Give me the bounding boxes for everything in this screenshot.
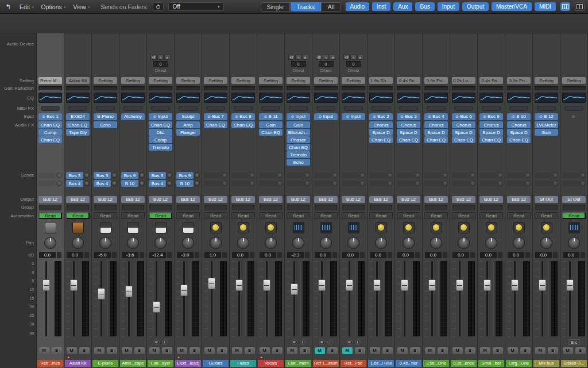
track-name[interactable]: Clar...ment xyxy=(285,360,311,367)
eq-thumbnail[interactable] xyxy=(479,93,503,103)
input-slot[interactable]: ⊙ B 11 xyxy=(259,113,283,120)
send-level-knob[interactable] xyxy=(167,172,172,178)
input-slot[interactable]: ⊙ Input xyxy=(314,113,338,120)
output-slot[interactable]: Bus 12 xyxy=(176,196,200,203)
volume-db-value[interactable]: 0.0 xyxy=(260,252,276,258)
audio-fx-slot[interactable]: Space D xyxy=(424,129,448,136)
audio-fx-slot[interactable]: Space D xyxy=(397,129,420,136)
fader-handle[interactable] xyxy=(428,279,436,291)
eq-thumbnail[interactable] xyxy=(94,93,117,103)
solo-button[interactable]: S xyxy=(548,347,558,354)
fader-handle[interactable] xyxy=(318,279,326,291)
track-name[interactable]: Guitars xyxy=(203,360,229,367)
eq-thumbnail[interactable] xyxy=(424,93,448,103)
solo-button[interactable]: S xyxy=(493,347,503,354)
midi-fx-slot[interactable] xyxy=(372,106,390,111)
volume-db-value[interactable]: 0.0 xyxy=(397,252,414,258)
eq-thumbnail[interactable] xyxy=(66,93,90,103)
midi-fx-slot[interactable] xyxy=(96,106,115,111)
group-slot[interactable] xyxy=(425,205,447,210)
input-slot[interactable]: ⊙ EXS24 xyxy=(66,113,90,120)
filter-bus[interactable]: Bus xyxy=(415,2,434,11)
eq-thumbnail[interactable] xyxy=(342,93,365,103)
volume-db-value[interactable]: 0.0 xyxy=(39,252,56,258)
eq-thumbnail[interactable] xyxy=(397,93,420,103)
view-mode-all[interactable]: All xyxy=(322,2,341,12)
fader-handle[interactable] xyxy=(98,288,105,300)
mute-button[interactable]: M xyxy=(535,347,546,354)
automation-mode-button[interactable]: Read xyxy=(507,212,531,219)
solo-button[interactable]: S xyxy=(327,347,338,354)
audio-fx-slot[interactable]: Chorus xyxy=(479,121,503,128)
group-slot[interactable] xyxy=(260,205,282,210)
empty-send-slot[interactable] xyxy=(369,172,386,178)
mute-button[interactable]: M xyxy=(122,347,132,354)
fader-handle[interactable] xyxy=(539,279,546,291)
eq-thumbnail[interactable] xyxy=(314,93,338,103)
empty-send-slot[interactable] xyxy=(342,172,359,178)
view-mode-single[interactable]: Single xyxy=(261,2,290,12)
empty-send-slot[interactable] xyxy=(397,181,414,186)
group-slot[interactable] xyxy=(232,205,254,210)
group-slot[interactable] xyxy=(452,205,475,210)
send-level-knob[interactable] xyxy=(84,172,90,178)
audio-fx-slot[interactable]: Phaser xyxy=(287,136,310,143)
mute-button[interactable]: M xyxy=(39,347,49,354)
empty-send-slot[interactable] xyxy=(314,181,331,186)
output-slot[interactable]: Bus 12 xyxy=(149,196,172,203)
fader-handle[interactable] xyxy=(208,278,215,289)
volume-db-value[interactable]: 0.0 xyxy=(563,252,579,258)
eq-thumbnail[interactable] xyxy=(231,93,255,103)
volume-db-value[interactable]: -2.3 xyxy=(287,252,304,258)
track-name[interactable]: Ref...Pad xyxy=(341,360,366,367)
eq-thumbnail[interactable] xyxy=(535,93,558,103)
audio-fx-slot[interactable]: Chan EQ xyxy=(204,121,227,128)
input-gain-value[interactable]: 0 xyxy=(346,61,361,67)
volume-db-value[interactable]: 0.0 xyxy=(370,252,386,258)
empty-send-slot[interactable] xyxy=(369,181,386,186)
audio-fx-slot[interactable]: Chan EQ xyxy=(231,121,255,128)
sends-mode-dropdown[interactable]: Off ▾ xyxy=(168,2,223,11)
empty-send-slot[interactable] xyxy=(562,181,579,186)
track-name[interactable]: 0.4s...ber xyxy=(396,360,421,367)
track-name[interactable]: Mix bus xyxy=(533,360,559,367)
solo-button[interactable]: S xyxy=(134,347,145,354)
volume-db-value[interactable]: 1.0 xyxy=(204,252,221,258)
input-slope-button[interactable]: ∿ xyxy=(350,55,357,60)
audio-fx-slot[interactable]: Space D xyxy=(369,129,393,136)
send-level-knob[interactable] xyxy=(194,181,200,186)
automation-mode-button[interactable]: Read xyxy=(231,212,255,219)
output-slot[interactable]: Bus 12 xyxy=(369,196,393,203)
audio-fx-slot[interactable]: Chan EQ xyxy=(424,136,448,143)
pan-knob[interactable] xyxy=(320,237,332,249)
pan-knob[interactable] xyxy=(99,237,111,249)
solo-button[interactable]: S xyxy=(300,347,310,354)
empty-send-slot[interactable] xyxy=(38,181,56,186)
filter-master-vca[interactable]: Master/VCA xyxy=(492,2,532,11)
midi-fx-slot[interactable] xyxy=(509,106,528,111)
input-slot[interactable]: ⊙ Bus 8 xyxy=(231,113,255,120)
midi-fx-slot[interactable] xyxy=(261,106,280,111)
send-level-knob[interactable] xyxy=(139,181,145,186)
audio-fx-slot[interactable]: Chan EQ xyxy=(452,136,475,143)
solo-button[interactable]: S xyxy=(355,347,365,354)
output-slot[interactable]: Bus 12 xyxy=(66,196,90,203)
channel-setting-button[interactable]: Setting xyxy=(562,77,586,84)
eq-thumbnail[interactable] xyxy=(38,93,62,103)
audio-fx-slot[interactable]: Chorus xyxy=(424,121,448,128)
mute-button[interactable]: M xyxy=(370,347,380,354)
solo-button[interactable]: S xyxy=(52,347,62,354)
filter-audio[interactable]: Audio xyxy=(346,2,370,11)
channel-setting-button[interactable]: Setting xyxy=(535,77,558,84)
record-enable-button[interactable]: R xyxy=(347,339,353,345)
automation-mode-button[interactable]: Read xyxy=(452,212,475,219)
sends-on-faders-power-button[interactable] xyxy=(153,2,164,11)
track-name[interactable]: Stereo O... xyxy=(561,360,587,367)
audio-fx-slot[interactable]: Chan EQ xyxy=(507,136,531,143)
input-gain-value[interactable]: 0 xyxy=(291,61,306,67)
output-slot[interactable]: Bus 12 xyxy=(479,196,503,203)
channel-setting-button[interactable]: 0.2s Lon... xyxy=(452,77,475,84)
solo-button[interactable]: S xyxy=(107,347,117,354)
group-slot[interactable] xyxy=(204,205,227,210)
midi-fx-slot[interactable] xyxy=(41,106,60,111)
